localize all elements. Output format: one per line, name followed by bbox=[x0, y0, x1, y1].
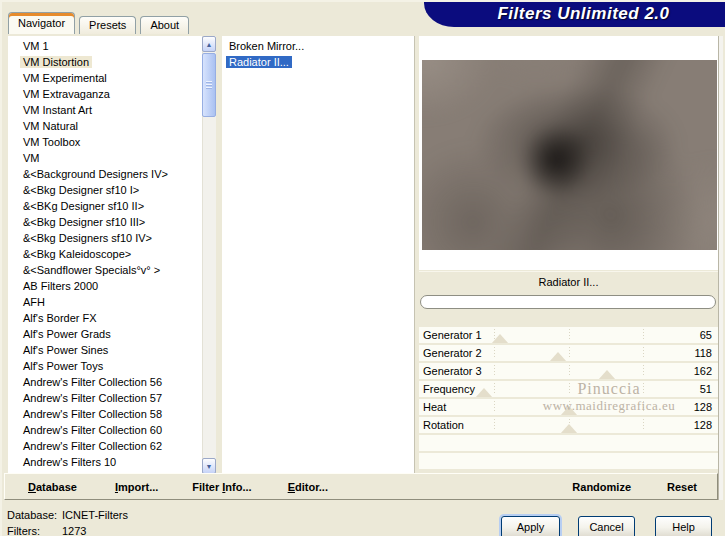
cancel-button[interactable]: Cancel bbox=[578, 516, 635, 536]
category-item[interactable]: AFH bbox=[8, 294, 202, 310]
slider-label: Generator 3 bbox=[423, 363, 482, 379]
slider-generator-2[interactable]: Generator 2118 bbox=[419, 345, 718, 361]
category-item[interactable]: &<BKg Designer sf10 II> bbox=[8, 198, 202, 214]
button-label: nfo... bbox=[225, 481, 251, 493]
slider-tick bbox=[569, 365, 570, 377]
tab-label: About bbox=[150, 19, 179, 31]
editor-button[interactable]: Editor... bbox=[288, 481, 328, 493]
category-item-label: &<Background Designers IV> bbox=[20, 168, 171, 180]
category-item[interactable]: VM 1 bbox=[8, 38, 202, 54]
slider-thumb-triangle[interactable] bbox=[475, 388, 493, 397]
tab-navigator[interactable]: Navigator bbox=[8, 12, 75, 34]
category-item[interactable]: VM Distortion bbox=[8, 54, 202, 70]
apply-button[interactable]: Apply bbox=[501, 516, 560, 536]
category-item-label: AFH bbox=[20, 296, 48, 308]
category-item[interactable]: Andrew's Filters 10 bbox=[8, 454, 202, 470]
category-item-label: VM 1 bbox=[20, 40, 52, 52]
category-item[interactable]: &<Background Designers IV> bbox=[8, 166, 202, 182]
category-item[interactable]: Alf's Power Grads bbox=[8, 326, 202, 342]
filter-info-button[interactable]: Filter Info... bbox=[192, 481, 251, 493]
category-list-panel: VM 1VM DistortionVM ExperimentalVM Extra… bbox=[8, 36, 216, 474]
progress-bar bbox=[420, 295, 716, 309]
category-scrollbar[interactable]: ▲ ▼ bbox=[202, 36, 216, 474]
tab-presets[interactable]: Presets bbox=[79, 16, 136, 34]
watermark-line2: www.maidiregrafica.eu bbox=[519, 398, 699, 414]
tab-about[interactable]: About bbox=[140, 16, 189, 34]
slider-value: 128 bbox=[694, 417, 712, 433]
randomize-button[interactable]: Randomize bbox=[572, 481, 631, 493]
scroll-up-button[interactable]: ▲ bbox=[202, 36, 216, 52]
slider-tick bbox=[643, 329, 644, 341]
category-item[interactable]: Alf's Border FX bbox=[8, 310, 202, 326]
category-item-label: Alf's Power Grads bbox=[20, 328, 114, 340]
category-item[interactable]: Alf's Power Sines bbox=[8, 342, 202, 358]
slider-empty-row bbox=[419, 453, 718, 469]
category-item[interactable]: VM Toolbox bbox=[8, 134, 202, 150]
tab-label: Navigator bbox=[18, 17, 65, 29]
category-item[interactable]: &<Bkg Kaleidoscope> bbox=[8, 246, 202, 262]
scrollbar-thumb[interactable] bbox=[202, 53, 216, 117]
category-item[interactable]: VM Natural bbox=[8, 118, 202, 134]
arrow-up-icon: ▲ bbox=[206, 41, 213, 48]
status-label: Filters: bbox=[7, 525, 62, 536]
filter-preview-image bbox=[422, 60, 717, 250]
category-item[interactable]: VM Extravaganza bbox=[8, 86, 202, 102]
category-item[interactable]: Andrew's Filter Collection 56 bbox=[8, 374, 202, 390]
database-button[interactable]: Database bbox=[28, 481, 77, 493]
category-list: VM 1VM DistortionVM ExperimentalVM Extra… bbox=[8, 38, 202, 474]
filter-item[interactable]: Broken Mirror... bbox=[222, 38, 414, 54]
reset-button[interactable]: Reset bbox=[667, 481, 697, 493]
category-item[interactable]: Andrew's Filter Collection 62 bbox=[8, 438, 202, 454]
category-item[interactable]: Andrew's Filter Collection 60 bbox=[8, 422, 202, 438]
slider-thumb-triangle[interactable] bbox=[491, 334, 509, 343]
preview-panel: Radiator II... Generator 165Generator 21… bbox=[419, 36, 718, 474]
category-item[interactable]: Andrew's Filter Collection 57 bbox=[8, 390, 202, 406]
filter-item-label: Radiator II... bbox=[226, 56, 292, 68]
category-item[interactable]: AB Filters 2000 bbox=[8, 278, 202, 294]
category-item[interactable]: &<Bkg Designers sf10 IV> bbox=[8, 230, 202, 246]
category-item[interactable]: &<Sandflower Specials°v° > bbox=[8, 262, 202, 278]
slider-thumb-triangle[interactable] bbox=[549, 352, 567, 361]
slider-generator-3[interactable]: Generator 3162 bbox=[419, 363, 718, 379]
category-item[interactable]: &<Bkg Designer sf10 I> bbox=[8, 182, 202, 198]
category-item-label: &<Bkg Designer sf10 III> bbox=[20, 216, 148, 228]
help-button[interactable]: Help bbox=[655, 516, 712, 536]
slider-thumb-triangle[interactable] bbox=[560, 424, 578, 433]
status-label: Database: bbox=[7, 509, 62, 521]
slider-value: 65 bbox=[700, 327, 712, 343]
category-item[interactable]: Alf's Power Toys bbox=[8, 358, 202, 374]
category-item[interactable]: VM bbox=[8, 150, 202, 166]
slider-tick bbox=[494, 401, 495, 413]
title-banner: Filters Unlimited 2.0 bbox=[424, 2, 725, 27]
button-label: atabase bbox=[36, 481, 77, 493]
category-item-label: Andrew's Filters 10 bbox=[20, 456, 119, 468]
slider-generator-1[interactable]: Generator 165 bbox=[419, 327, 718, 343]
button-accelerator: D bbox=[28, 481, 36, 493]
scroll-down-button[interactable]: ▼ bbox=[202, 458, 216, 474]
slider-empty-row bbox=[419, 435, 718, 451]
panel-right-margin bbox=[718, 36, 723, 500]
filter-item[interactable]: Radiator II... bbox=[222, 54, 414, 70]
slider-tick bbox=[494, 419, 495, 431]
category-item-label: &<Bkg Kaleidoscope> bbox=[20, 248, 134, 260]
status-value: 1273 bbox=[62, 525, 86, 536]
category-item-label: VM Natural bbox=[20, 120, 81, 132]
category-item-label: &<Bkg Designers sf10 IV> bbox=[20, 232, 155, 244]
category-item-label: &<BKg Designer sf10 II> bbox=[20, 200, 147, 212]
tab-bar: NavigatorPresetsAbout bbox=[8, 11, 189, 34]
category-item[interactable]: VM Instant Art bbox=[8, 102, 202, 118]
category-item[interactable]: VM Experimental bbox=[8, 70, 202, 86]
category-item[interactable]: Andrew's Filter Collection 58 bbox=[8, 406, 202, 422]
import-button[interactable]: Import... bbox=[115, 481, 158, 493]
button-label: ditor... bbox=[295, 481, 328, 493]
tab-label: Presets bbox=[89, 19, 126, 31]
category-item-label: Andrew's Filter Collection 56 bbox=[20, 376, 165, 388]
button-label: Filter bbox=[192, 481, 222, 493]
category-item-label: VM Experimental bbox=[20, 72, 110, 84]
category-item[interactable]: &<Bkg Designer sf10 III> bbox=[8, 214, 202, 230]
slider-tick bbox=[643, 365, 644, 377]
category-item-label: VM Distortion bbox=[20, 56, 92, 68]
slider-rotation[interactable]: Rotation128 bbox=[419, 417, 718, 433]
slider-thumb-triangle[interactable] bbox=[598, 370, 616, 379]
button-accelerator: E bbox=[288, 481, 295, 493]
